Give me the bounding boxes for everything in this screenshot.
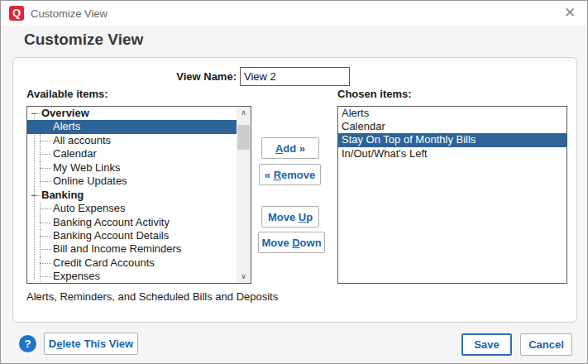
add-label-rest: dd » <box>283 142 305 155</box>
tree-item-label: All accounts <box>53 134 111 147</box>
tree-item-label: Expenses <box>53 270 100 283</box>
tree-item[interactable]: Expenses <box>27 270 237 283</box>
tree-item[interactable]: Banking Account Activity <box>27 216 237 229</box>
help-button[interactable]: ? <box>19 335 36 352</box>
tree-item[interactable]: Calendar <box>27 147 237 160</box>
tree-item-label: Credit Card Accounts <box>53 256 155 270</box>
title-bar[interactable]: Q Customize View ✕ <box>1 1 587 26</box>
move-down-label-accel: D <box>292 237 299 249</box>
tree-item[interactable]: Credit Card Accounts <box>27 256 237 270</box>
available-list-scrollbar[interactable]: ∧ ∨ <box>237 107 251 283</box>
list-item-label: In/Out/What's Left <box>342 147 428 160</box>
delete-view-button[interactable]: Delete This View <box>44 333 138 355</box>
scrollbar-thumb[interactable] <box>237 125 250 150</box>
delete-label-pre: D <box>49 338 56 350</box>
list-item[interactable]: Alerts <box>338 107 566 120</box>
customize-view-dialog: Q Customize View ✕ Customize View View N… <box>0 0 588 364</box>
add-label-accel: A <box>275 142 283 155</box>
view-name-input[interactable] <box>240 67 350 86</box>
tree-item[interactable]: − Overview <box>27 107 237 120</box>
move-up-button[interactable]: Move Up <box>261 206 319 228</box>
remove-button[interactable]: « Remove <box>259 164 321 185</box>
tree-item-label: Alerts <box>53 120 80 133</box>
tree-item[interactable]: Bill and Income Reminders <box>27 242 237 256</box>
move-up-label-pre: Move <box>268 211 299 223</box>
item-description: Alerts, Reminders, and Scheduled Bills a… <box>26 290 278 303</box>
move-down-label-pre: Move <box>261 237 292 249</box>
quicken-logo-icon: Q <box>9 6 24 21</box>
customize-group-box: View Name: Available items: Chosen items… <box>12 57 577 323</box>
tree-item-label: Bill and Income Reminders <box>53 242 181 256</box>
remove-label-accel: R <box>274 169 281 181</box>
list-item[interactable]: Calendar <box>338 120 566 133</box>
collapse-icon[interactable]: − <box>31 107 36 120</box>
tree-item[interactable]: Online Updates <box>27 175 237 188</box>
chosen-items-label: Chosen items: <box>337 88 412 100</box>
delete-label-rest: lete This View <box>62 338 133 350</box>
tree-item[interactable]: Auto Expenses <box>27 202 237 215</box>
available-items-list[interactable]: − Overview Alerts All accounts Calendar … <box>26 106 251 284</box>
tree-item[interactable]: Banking Account Details <box>27 229 237 242</box>
move-up-label-rest: p <box>306 211 313 223</box>
chosen-items-list[interactable]: Alerts Calendar Stay On Top of Monthly B… <box>337 106 567 284</box>
tree-item-label: Online Updates <box>53 175 127 188</box>
tree-item-label: Banking Account Activity <box>53 216 170 229</box>
save-button[interactable]: Save <box>461 333 512 356</box>
tree-item[interactable]: Alerts <box>27 120 237 133</box>
tree-item-label: Overview <box>41 107 89 120</box>
list-item-label: Alerts <box>342 107 369 119</box>
remove-label-rest: emove <box>281 169 315 181</box>
move-down-button[interactable]: Move Down <box>258 232 325 253</box>
list-item[interactable]: In/Out/What's Left <box>338 147 566 160</box>
tree-item-label: Banking Account Details <box>53 229 169 242</box>
list-item-label: Stay On Top of Monthly Bills <box>342 133 476 146</box>
remove-label-pre: « <box>265 169 274 181</box>
move-down-label-rest: own <box>300 237 322 249</box>
page-title: Customize View <box>24 31 143 49</box>
add-button[interactable]: Add » <box>261 137 319 159</box>
tree-item-label: Calendar <box>53 147 97 160</box>
tree-item-label: My Web Links <box>53 161 120 175</box>
tree-item[interactable]: All accounts <box>27 134 237 147</box>
list-item-label: Calendar <box>342 120 385 132</box>
tree-item[interactable]: − Banking <box>27 189 237 202</box>
list-item[interactable]: Stay On Top of Monthly Bills <box>338 133 566 146</box>
tree-item-label: Banking <box>41 189 84 202</box>
close-icon[interactable]: ✕ <box>561 4 579 22</box>
window-title: Customize View <box>31 7 108 20</box>
tree-item-label: Auto Expenses <box>53 202 125 215</box>
collapse-icon[interactable]: − <box>31 189 36 202</box>
available-items-label: Available items: <box>26 88 108 100</box>
scroll-down-icon[interactable]: ∨ <box>237 271 251 283</box>
move-up-label-accel: U <box>299 211 306 223</box>
tree-item[interactable]: My Web Links <box>27 161 237 175</box>
cancel-button[interactable]: Cancel <box>520 333 572 356</box>
scroll-up-icon[interactable]: ∧ <box>237 107 251 119</box>
view-name-label: View Name: <box>13 70 237 83</box>
